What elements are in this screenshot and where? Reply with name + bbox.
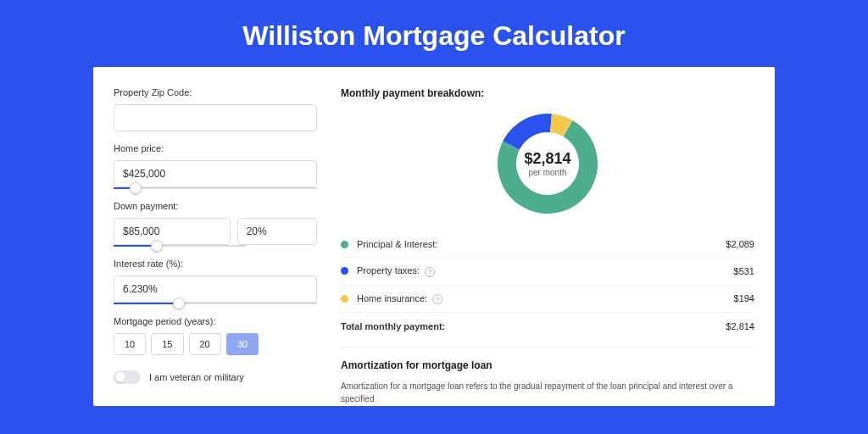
period-label: Mortgage period (years): [114, 316, 317, 326]
line-label: Principal & Interest: [357, 239, 726, 249]
line-label: Home insurance:? [357, 293, 734, 305]
donut-chart-wrap: $2,814 per month [341, 111, 754, 216]
period-group: 10 15 20 30 [114, 333, 317, 355]
rate-label: Interest rate (%): [114, 259, 317, 269]
period-20[interactable]: 20 [189, 333, 221, 355]
breakdown-line-taxes: Property taxes:? $531 [341, 258, 754, 286]
amortization-section: Amortization for mortgage loan Amortizat… [341, 347, 754, 405]
zip-label: Property Zip Code: [114, 87, 317, 97]
info-icon[interactable]: ? [432, 294, 442, 304]
donut-center: $2,814 per month [495, 111, 600, 216]
page-title: Williston Mortgage Calculator [0, 20, 868, 52]
dot-icon [341, 267, 348, 275]
price-slider[interactable] [114, 187, 317, 189]
rate-input[interactable] [114, 275, 317, 303]
price-label: Home price: [114, 143, 317, 153]
total-value: $2,814 [726, 321, 754, 331]
dot-icon [341, 241, 348, 248]
breakdown-line-insurance: Home insurance:? $194 [341, 286, 754, 314]
page-header: Williston Mortgage Calculator [0, 0, 868, 67]
zip-field: Property Zip Code: [114, 87, 317, 131]
rate-slider[interactable] [114, 303, 317, 304]
donut-sub: per month [528, 168, 566, 177]
dot-icon [341, 295, 348, 303]
period-field: Mortgage period (years): 10 15 20 30 [114, 316, 317, 355]
info-icon[interactable]: ? [425, 267, 435, 277]
total-row: Total monthly payment: $2,814 [341, 313, 754, 343]
price-slider-thumb[interactable] [130, 182, 142, 194]
period-15[interactable]: 15 [151, 333, 183, 355]
down-slider-thumb[interactable] [151, 240, 163, 252]
breakdown-line-principal: Principal & Interest: $2,089 [341, 231, 754, 258]
amort-text: Amortization for a mortgage loan refers … [341, 380, 754, 405]
total-label: Total monthly payment: [341, 321, 726, 331]
price-input[interactable] [114, 160, 317, 187]
down-label: Down payment: [114, 201, 317, 211]
donut-chart: $2,814 per month [495, 111, 600, 216]
line-value: $531 [734, 266, 754, 276]
down-slider[interactable] [114, 245, 246, 247]
period-30[interactable]: 30 [226, 333, 259, 355]
breakdown-title: Monthly payment breakdown: [341, 87, 754, 99]
rate-slider-thumb[interactable] [173, 298, 185, 309]
rate-field: Interest rate (%): [114, 259, 317, 304]
price-field: Home price: [114, 143, 317, 189]
donut-value: $2,814 [524, 150, 570, 168]
line-value: $194 [734, 293, 754, 303]
veteran-label: I am veteran or military [149, 372, 244, 382]
down-pct-input[interactable] [237, 218, 317, 245]
veteran-row: I am veteran or military [114, 370, 317, 384]
down-amount-input[interactable] [114, 218, 231, 245]
zip-input[interactable] [114, 104, 317, 131]
breakdown-column: Monthly payment breakdown: $2,814 per mo… [341, 87, 754, 406]
period-10[interactable]: 10 [114, 333, 146, 355]
amort-title: Amortization for mortgage loan [341, 359, 754, 371]
down-field: Down payment: [114, 201, 317, 247]
calculator-panel: Property Zip Code: Home price: Down paym… [93, 67, 775, 406]
form-column: Property Zip Code: Home price: Down paym… [114, 87, 317, 406]
line-value: $2,089 [726, 239, 754, 249]
line-label: Property taxes:? [357, 265, 734, 277]
veteran-toggle[interactable] [114, 370, 141, 384]
toggle-knob [115, 372, 125, 382]
